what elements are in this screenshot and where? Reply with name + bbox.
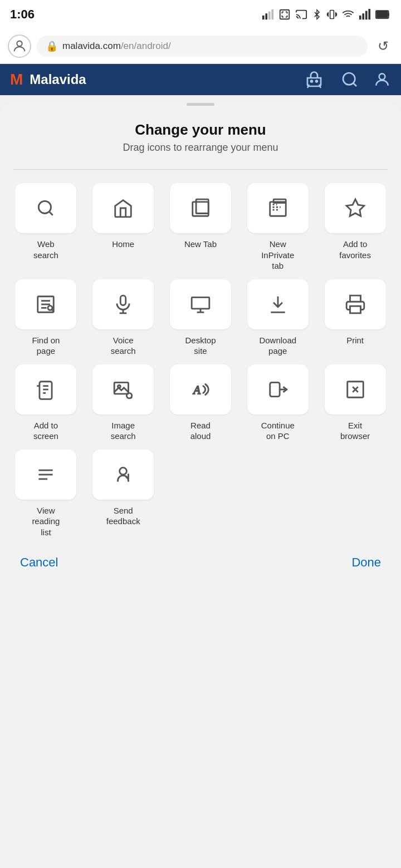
newtab-icon [190, 198, 211, 219]
bluetooth-icon [312, 8, 322, 21]
menu-item-find-on-page[interactable]: Find onpage [11, 279, 81, 357]
menu-item-web-search[interactable]: Websearch [11, 183, 81, 272]
sheet-handle [187, 103, 214, 106]
menu-item-view-reading-list[interactable]: Viewreadinglist [11, 450, 81, 538]
svg-point-17 [343, 73, 355, 85]
svg-rect-24 [270, 202, 286, 216]
menu-customization-sheet: Change your menu Drag icons to rearrange… [0, 103, 401, 868]
site-logo: M [10, 71, 23, 88]
site-android-icon [304, 70, 324, 90]
svg-text:A: A [192, 383, 200, 396]
profile-avatar[interactable] [8, 34, 31, 58]
svg-rect-45 [40, 381, 52, 399]
bottom-actions: Cancel Done [0, 537, 401, 579]
reload-button[interactable]: ↺ [373, 36, 393, 56]
new-inprivate-icon-box [247, 183, 309, 233]
add-favorites-icon-box [325, 183, 386, 233]
network-icon [359, 8, 371, 21]
svg-rect-28 [273, 199, 286, 203]
imagesearch-icon [113, 379, 134, 400]
find-icon-box [15, 279, 76, 329]
menu-item-download-page[interactable]: Downloadpage [243, 279, 312, 357]
svg-rect-2 [268, 12, 271, 20]
website-preview-bar: M Malavida [0, 64, 401, 95]
menu-item-image-search[interactable]: Imagesearch [89, 364, 158, 442]
web-search-icon-box [15, 183, 76, 233]
svg-rect-55 [270, 382, 280, 396]
svg-rect-8 [359, 16, 361, 19]
svg-rect-10 [365, 11, 368, 20]
svg-marker-29 [346, 199, 364, 216]
svg-line-18 [353, 83, 356, 86]
new-inprivate-label: NewInPrivatetab [261, 239, 294, 272]
menu-item-read-aloud[interactable]: A Readaloud [166, 364, 236, 442]
desktop-site-icon-box [170, 279, 231, 329]
done-button[interactable]: Done [351, 555, 381, 570]
status-bar: 1:06 [0, 0, 401, 29]
svg-rect-39 [192, 297, 209, 309]
wifi-icon [342, 8, 354, 21]
menu-item-new-inprivate-tab[interactable]: NewInPrivatetab [243, 183, 312, 272]
svg-rect-50 [114, 382, 128, 394]
print-icon [345, 294, 366, 315]
menu-item-add-to-screen[interactable]: Add toscreen [11, 364, 81, 442]
menu-item-print[interactable]: Print [320, 279, 390, 357]
mic-icon [113, 294, 134, 315]
cancel-button[interactable]: Cancel [20, 555, 58, 570]
svg-point-34 [48, 305, 52, 310]
exit-browser-icon-box [325, 364, 386, 415]
vibrate-icon [326, 8, 338, 21]
svg-rect-13 [376, 11, 388, 18]
voice-search-icon-box [92, 279, 154, 329]
download-icon [267, 294, 288, 315]
sheet-subtitle: Drag icons to rearrange your menu [0, 142, 401, 154]
svg-rect-4 [280, 10, 290, 19]
lock-icon: 🔒 [46, 40, 58, 52]
web-search-label: Websearch [33, 239, 58, 260]
exit-icon [345, 379, 366, 400]
svg-rect-0 [262, 16, 265, 19]
svg-line-21 [49, 211, 53, 215]
menu-item-new-tab[interactable]: New Tab [166, 183, 236, 272]
svg-rect-9 [362, 13, 364, 19]
inprivate-icon [267, 198, 288, 219]
new-tab-label: New Tab [184, 239, 217, 259]
menu-item-voice-search[interactable]: Voicesearch [89, 279, 158, 357]
find-icon [35, 294, 56, 315]
sheet-title: Change your menu [0, 121, 401, 139]
svg-rect-6 [330, 11, 334, 19]
menu-item-home[interactable]: Home [89, 183, 158, 272]
menu-item-exit-browser[interactable]: Exitbrowser [320, 364, 390, 442]
menu-item-desktop-site[interactable]: Desktopsite [166, 279, 236, 357]
continuepc-icon [267, 379, 288, 400]
add-to-screen-label: Add toscreen [33, 420, 58, 442]
download-page-label: Downloadpage [259, 335, 296, 357]
browser-toolbar: 🔒 malavida.com/en/android/ ↺ [0, 29, 401, 64]
view-reading-list-label: Viewreadinglist [32, 505, 60, 538]
feedback-icon [113, 464, 134, 485]
svg-line-53 [131, 397, 132, 398]
svg-rect-3 [271, 9, 273, 19]
addscreen-icon [35, 379, 56, 400]
signal-icon [262, 8, 274, 21]
menu-item-send-feedback[interactable]: Sendfeedback [89, 450, 158, 538]
add-screen-icon-box [15, 364, 76, 415]
home-label: Home [112, 239, 134, 259]
exit-browser-label: Exitbrowser [340, 420, 370, 442]
menu-item-add-to-favorites[interactable]: Add tofavorites [320, 183, 390, 272]
send-feedback-label: Sendfeedback [106, 505, 140, 527]
add-favorites-label: Add tofavorites [339, 239, 371, 260]
site-user-icon [373, 71, 391, 88]
battery-icon [375, 8, 391, 21]
reading-list-icon-box [15, 450, 76, 500]
menu-item-continue-on-pc[interactable]: Continueon PC [243, 364, 312, 442]
svg-rect-1 [265, 13, 267, 19]
menu-grid: Websearch Home New Tab [0, 170, 401, 537]
url-domain: malavida.com [62, 41, 121, 51]
url-bar[interactable]: 🔒 malavida.com/en/android/ [37, 36, 368, 57]
svg-point-63 [120, 467, 127, 475]
svg-rect-44 [350, 306, 360, 313]
url-path: /en/android/ [121, 41, 171, 51]
screenshot-icon [278, 8, 291, 21]
print-icon-box [325, 279, 386, 329]
